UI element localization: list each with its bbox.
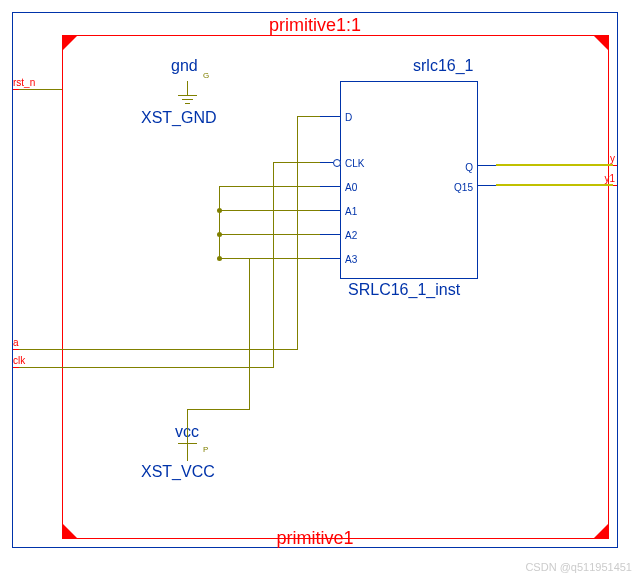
pin-stub [320, 234, 340, 235]
pin-stub [320, 116, 340, 117]
port-y1: y1 [604, 173, 615, 184]
srlc-instance-name: SRLC16_1_inst [348, 281, 460, 299]
pin-stub [320, 210, 340, 211]
srlc-port-a3: A3 [345, 254, 357, 265]
wire-vcc-to-a0 [219, 186, 320, 187]
port-clk: clk [13, 355, 25, 366]
srlc-label: srlc16_1 [413, 57, 473, 75]
wire-q15 [496, 184, 613, 186]
wire-vcc-v-main [249, 258, 250, 410]
pin-stub [476, 185, 496, 186]
srlc-port-d: D [345, 112, 352, 123]
port-y: y [610, 153, 615, 164]
wire-a-to-d [297, 116, 320, 117]
schematic-canvas: primitive1:1 primitive1 gnd G XST_GND vc… [12, 12, 618, 548]
wire-vcc-to-a1 [219, 210, 320, 211]
wire-a2-join [219, 258, 250, 259]
wire-a-h [19, 349, 297, 350]
pin-stub [320, 186, 340, 187]
wire-clk-v [273, 162, 274, 368]
wire-q [496, 164, 613, 166]
frame-title-bottom: primitive1 [13, 528, 617, 549]
junction-dot [217, 208, 222, 213]
junction-dot [217, 232, 222, 237]
junction-dot [217, 256, 222, 261]
wire-vcc-up [187, 409, 188, 443]
srlc-port-a2: A2 [345, 230, 357, 241]
vcc-instance-name: XST_VCC [141, 463, 215, 481]
gnd-instance-name: XST_GND [141, 109, 217, 127]
gnd-pin-label: G [203, 71, 209, 80]
srlc-port-clk: CLK [345, 158, 364, 169]
srlc-body: D CLK A0 A1 A2 A3 Q Q15 [340, 81, 478, 279]
wire-clk-h [19, 367, 273, 368]
wire-a-v [297, 116, 298, 350]
frame-corner [63, 36, 77, 50]
wire-rst-n-stub [19, 89, 62, 90]
frame-corner [594, 36, 608, 50]
srlc-port-q15: Q15 [454, 182, 473, 193]
wire-vcc-to-a2 [219, 234, 320, 235]
srlc-port-a0: A0 [345, 182, 357, 193]
port-rst-n: rst_n [13, 77, 35, 88]
gnd-label: gnd [171, 57, 198, 75]
vcc-pin-label: P [203, 445, 208, 454]
pin-stub [476, 165, 496, 166]
pin-stub [320, 258, 340, 259]
frame-title-top: primitive1:1 [13, 15, 617, 36]
srlc-port-q: Q [465, 162, 473, 173]
port-a: a [13, 337, 19, 348]
wire-vcc-to-a3 [249, 258, 320, 259]
pin-stub [320, 162, 333, 163]
srlc-port-a1: A1 [345, 206, 357, 217]
wire-vcc-h [187, 409, 249, 410]
watermark: CSDN @q511951451 [525, 561, 632, 573]
clk-invert-bubble [333, 159, 341, 167]
wire-clk-to-clk [273, 162, 320, 163]
